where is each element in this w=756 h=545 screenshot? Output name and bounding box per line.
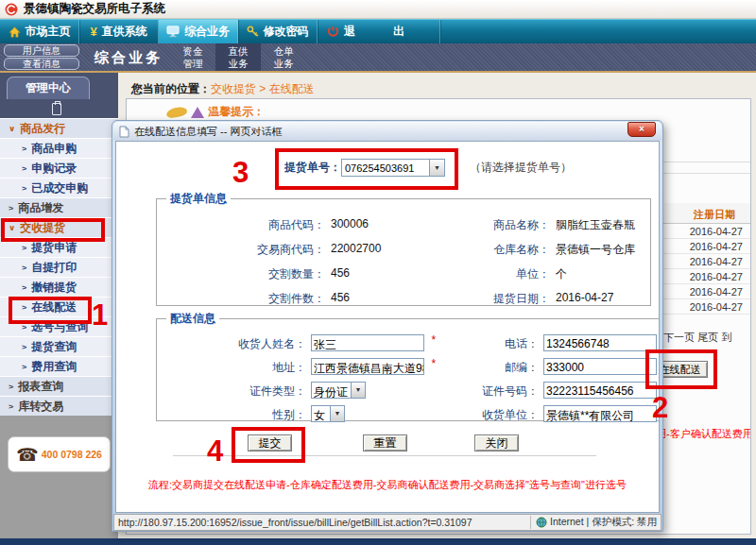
dialog-close-button[interactable]: ×	[627, 122, 656, 137]
field-value: 300006	[325, 211, 455, 235]
text-input[interactable]: 1324566748 ▼	[543, 334, 657, 351]
sidebar-item[interactable]: > 商品申购	[0, 138, 118, 158]
nav-item-comprehensive-business[interactable]: 综合业务	[159, 20, 238, 43]
screen: 景德镇陶瓷交易所电子系统 市场主页 ¥ 直供系统 综合业务	[0, 0, 756, 545]
sidebar-item[interactable]: > 在线配送	[0, 297, 118, 316]
status-url: http://180.97.15.200:16952/issue_front/i…	[118, 517, 526, 528]
dialog-statusbar: http://180.97.15.200:16952/issue_front/i…	[113, 514, 662, 531]
subnav-tabs: 资金 管理 直供 业务 仓单 业务	[170, 43, 306, 71]
text-input[interactable]: 女 ▼	[311, 405, 345, 422]
text-input[interactable]: 32223115456456 ▼	[543, 382, 657, 399]
chevron-icon: >	[22, 264, 26, 272]
field-value: 景德镇一号仓库	[550, 235, 644, 260]
chevron-icon: ∨	[9, 224, 15, 232]
sidebar-item[interactable]: > 报表查询	[0, 376, 118, 396]
management-center-tab[interactable]: 管理中心	[7, 77, 90, 99]
field-value: 个	[550, 260, 644, 284]
close-icon: ×	[639, 124, 644, 134]
warning-triangle-icon	[191, 107, 204, 118]
tab-warehouse-receipt-business[interactable]: 仓单 业务	[261, 43, 306, 71]
dropdown-arrow-icon[interactable]: ▼	[330, 406, 344, 421]
field-label: 交易商代码：	[163, 235, 325, 260]
dialog-body: 提货单号： 076254503691 ▼ （请选择提货单号） 提货单信息 商品代…	[115, 141, 660, 513]
window-titlebar: 景德镇陶瓷交易所电子系统	[0, 0, 756, 19]
reset-button[interactable]: 重置	[363, 434, 407, 451]
sidebar-item[interactable]: > 商品增发	[0, 197, 118, 217]
field-label: 性别：	[163, 401, 306, 425]
field-label: 单位：	[455, 260, 550, 284]
sidebar-item[interactable]: ∨ 交收提货	[0, 217, 118, 237]
field-value: 456	[325, 284, 455, 309]
phone-icon: ☎	[16, 444, 39, 466]
monitor-icon	[166, 26, 180, 38]
home-icon	[9, 26, 21, 38]
bill-number-hint: （请选择提货单号）	[470, 160, 572, 176]
bill-number-select[interactable]: 076254503691 ▼	[341, 159, 445, 177]
bill-number-label: 提货单号：	[284, 160, 341, 176]
view-messages-button[interactable]: 查看消息	[4, 58, 79, 70]
field-label: 商品代码：	[163, 211, 325, 235]
sidebar-item[interactable]: > 自提打印	[0, 257, 118, 277]
chevron-icon: >	[22, 164, 26, 173]
bill-info-grid: 商品代码： 300006 商品名称： 胭脂红玉壶春瓶 交易商代码： 220027…	[163, 211, 644, 309]
field-label: 证件类型：	[163, 378, 306, 401]
bill-info-legend: 提货单信息	[166, 191, 231, 207]
nav-item-market-home[interactable]: 市场主页	[0, 20, 79, 43]
tab-funds-management[interactable]: 资金 管理	[170, 43, 215, 71]
clipboard-icon	[52, 103, 61, 115]
field-label: 仓库名称：	[455, 235, 550, 260]
nav-item-logout[interactable]: 退 出	[318, 20, 440, 43]
window-bottom-edge	[0, 538, 756, 545]
field-label: 交割数量：	[163, 260, 325, 284]
text-input[interactable]: 张三 ▼	[311, 334, 424, 351]
flow-note: 流程:交易商提交在线配送申请-仓库确定配送费用-交易商确认配送费用-交易商选择"…	[116, 478, 659, 492]
sidebar-item[interactable]: > 库转交易	[0, 396, 118, 416]
bill-info-fieldset: 提货单信息 商品代码： 300006 商品名称： 胭脂红玉壶春瓶	[156, 191, 651, 306]
sidebar-header: 管理中心	[0, 73, 118, 118]
field-label: 地址：	[163, 354, 306, 378]
key-icon	[247, 26, 259, 38]
text-input[interactable]: 身份证 ▼	[311, 382, 366, 399]
sidebar-item[interactable]: > 提货查询	[0, 336, 118, 356]
power-icon	[327, 26, 339, 38]
sidebar-item[interactable]: ∨ 商品发行	[0, 118, 118, 138]
tips-row: 温馨提示：	[166, 104, 265, 120]
required-asterisk: *	[431, 333, 436, 347]
status-zone: Internet | 保护模式: 禁用	[550, 516, 657, 529]
dropdown-arrow-icon[interactable]: ▼	[351, 383, 365, 398]
field-label: 收货单位：	[444, 401, 539, 425]
chevron-icon: >	[22, 145, 26, 153]
sidebar-item[interactable]: > 费用查询	[0, 356, 118, 376]
sidebar-item[interactable]: > 提货申请	[0, 237, 118, 257]
nav-item-change-password[interactable]: 修改密码	[238, 20, 318, 43]
app-title: 景德镇陶瓷交易所电子系统	[24, 1, 165, 17]
sidebar-item[interactable]: > 已成交申购	[0, 178, 118, 197]
sidebar: 管理中心 ∨ 商品发行 > 商品申购 > 申购记录	[0, 73, 118, 538]
text-input[interactable]: 景德镇**有限公司 ▼	[543, 405, 657, 422]
chevron-icon: ∨	[9, 125, 15, 133]
nav-item-direct-supply[interactable]: ¥ 直供系统	[79, 20, 159, 43]
chevron-icon: >	[9, 402, 13, 411]
field-label: 收货人姓名：	[163, 331, 306, 354]
chevron-icon: >	[22, 323, 26, 332]
field-label: 交割件数：	[163, 284, 325, 309]
close-button[interactable]: 关闭	[474, 434, 519, 451]
tab-direct-supply-business[interactable]: 直供 业务	[215, 43, 261, 71]
required-asterisk: *	[431, 357, 436, 370]
chevron-icon: >	[22, 343, 26, 351]
sidebar-item[interactable]: > 选号与查询	[0, 316, 118, 336]
dialog-title: 在线配送信息填写 -- 网页对话框	[134, 125, 282, 139]
chevron-icon: >	[22, 283, 26, 292]
sidebar-item[interactable]: > 撤销提货	[0, 277, 118, 297]
text-input[interactable]: 333000 ▼	[543, 358, 657, 375]
user-info-button[interactable]: 用户信息	[4, 44, 79, 57]
text-input[interactable]: 江西景德镇昌南大道98号 ▼	[311, 358, 424, 375]
field-label: 证件号码：	[444, 378, 539, 401]
delivery-info-legend: 配送信息	[166, 311, 219, 327]
submit-button[interactable]: 提交	[248, 434, 292, 451]
dropdown-arrow-icon[interactable]: ▼	[429, 160, 444, 176]
chevron-icon: >	[22, 303, 26, 312]
tips-decoration-icon	[165, 105, 188, 118]
sidebar-item[interactable]: > 申购记录	[0, 158, 118, 178]
hotline-number: 400 0798 226	[42, 449, 102, 460]
